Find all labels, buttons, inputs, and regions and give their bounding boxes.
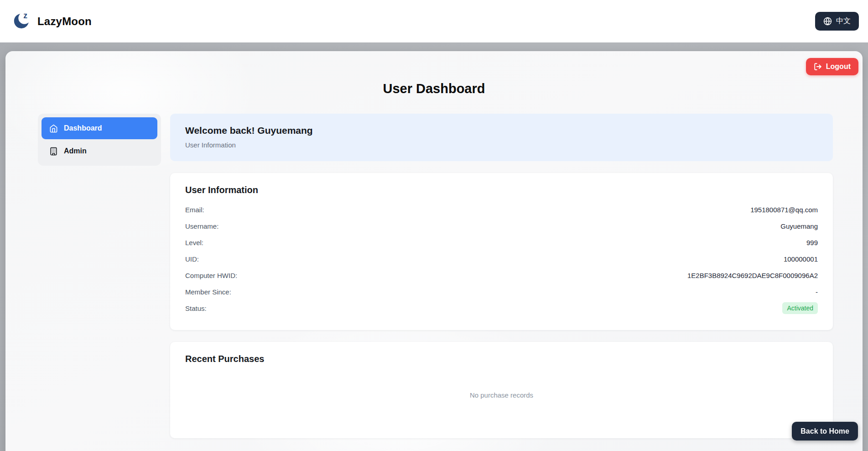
top-header: z LazyMoon 中文 [0,0,868,42]
globe-icon [823,17,832,26]
recent-purchases-card: Recent Purchases No purchase records [170,342,833,438]
user-info-card: User Information Email: 1951800871@qq.co… [170,173,833,330]
brand: z LazyMoon [11,11,92,32]
info-row-member-since: Member Since: - [185,283,818,300]
back-to-home-button[interactable]: Back to Home [792,422,858,441]
welcome-card: Welcome back! Guyuemang User Information [170,114,833,161]
sidebar-item-admin[interactable]: Admin [42,140,157,162]
info-label: Email: [185,206,204,214]
info-label: UID: [185,255,199,263]
welcome-subtitle: User Information [185,141,818,149]
recent-purchases-title: Recent Purchases [185,354,818,364]
info-value: - [816,288,818,296]
info-row-level: Level: 999 [185,234,818,251]
building-icon [49,147,58,156]
dashboard-layout: Dashboard Admin Welcome back! Guyuemang … [5,114,863,438]
info-label: Member Since: [185,288,231,296]
sidebar: Dashboard Admin [38,114,161,166]
info-label: Username: [185,222,218,230]
home-icon [49,124,58,133]
info-label: Status: [185,304,207,312]
sidebar-item-label: Admin [64,147,87,155]
sidebar-item-dashboard[interactable]: Dashboard [42,117,157,139]
dashboard-container: Logout User Dashboard Dashboard Admin [5,51,863,451]
info-row-status: Status: Activated [185,300,818,316]
info-label: Level: [185,239,203,246]
welcome-title: Welcome back! Guyuemang [185,125,818,136]
svg-text:z: z [23,11,27,20]
empty-purchases-text: No purchase records [185,370,818,425]
user-info-title: User Information [185,185,818,195]
logout-icon [814,63,822,71]
brand-name: LazyMoon [37,15,92,28]
sidebar-item-label: Dashboard [64,124,102,132]
logout-button[interactable]: Logout [806,58,858,75]
main-content: Welcome back! Guyuemang User Information… [170,114,833,438]
info-row-username: Username: Guyuemang [185,218,818,234]
language-toggle-button[interactable]: 中文 [815,12,859,31]
info-row-uid: UID: 100000001 [185,251,818,267]
info-value: Guyuemang [780,222,818,230]
moon-logo-icon: z [11,11,32,32]
info-label: Computer HWID: [185,272,237,279]
info-value: 100000001 [784,255,818,263]
language-label: 中文 [836,16,851,26]
info-row-email: Email: 1951800871@qq.com [185,201,818,218]
logout-label: Logout [826,63,851,71]
status-badge: Activated [782,302,818,314]
info-row-hwid: Computer HWID: 1E2BF3B8924C9692DAE9C8F00… [185,267,818,283]
info-value: 1E2BF3B8924C9692DAE9C8F0009096A2 [687,272,818,279]
page-title: User Dashboard [5,81,863,96]
info-value: 1951800871@qq.com [750,206,818,214]
info-value: 999 [806,239,818,246]
